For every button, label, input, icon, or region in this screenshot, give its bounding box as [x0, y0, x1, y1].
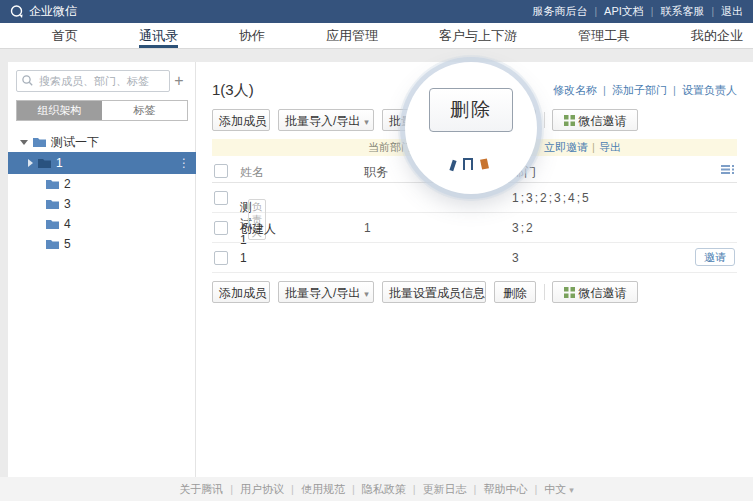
magnifier-overlay: 删除 — [405, 62, 537, 194]
add-department-button[interactable]: + — [170, 71, 188, 91]
separator: | — [413, 483, 416, 495]
folder-icon — [38, 158, 51, 168]
tree-node[interactable]: 3 — [8, 194, 196, 214]
separator: | — [592, 139, 595, 156]
separator: | — [352, 483, 355, 495]
table-row[interactable]: 创建人 1 3;2 — [212, 213, 737, 243]
brand-label: 企业微信 — [29, 3, 77, 20]
grid-icon — [564, 287, 575, 298]
select-all-checkbox[interactable] — [214, 164, 228, 178]
tab-admin-tools[interactable]: 管理工具 — [578, 23, 630, 48]
separator: | — [474, 483, 477, 495]
tab-labels[interactable]: 标签 — [102, 101, 187, 120]
add-member-button[interactable]: 添加成员 — [212, 281, 270, 303]
chat-bubble-icon — [10, 5, 24, 19]
department-title: 1(3人) — [212, 81, 254, 100]
footer-link-usage-rules[interactable]: 使用规范 — [301, 482, 345, 497]
tree-node-label: 测试一下 — [51, 132, 99, 152]
member-department: 3 — [512, 251, 521, 265]
tab-my-enterprise[interactable]: 我的企业 — [691, 23, 743, 48]
tree-node-label: 3 — [64, 194, 71, 214]
batch-set-info-button[interactable]: 批量设置成员信息 — [382, 281, 486, 303]
caret-right-icon[interactable] — [28, 159, 33, 167]
topbar-links: 服务商后台 | API文档 | 联系客服 | 退出 — [532, 4, 743, 19]
wechat-invite-button[interactable]: 微信邀请 — [552, 109, 638, 131]
table-row[interactable]: 1 3 邀请 — [212, 243, 737, 273]
search-icon — [21, 74, 34, 87]
magnified-text-fragment — [480, 158, 489, 169]
folder-icon — [46, 179, 59, 189]
footer-link-privacy-policy[interactable]: 隐私政策 — [362, 482, 406, 497]
separator: | — [651, 6, 654, 17]
separator: | — [603, 84, 606, 96]
invite-button[interactable]: 邀请 — [695, 248, 735, 266]
tree-node[interactable]: 5 — [8, 234, 196, 254]
page: 企业微信 服务商后台 | API文档 | 联系客服 | 退出 首页 通讯录 协作… — [0, 0, 753, 501]
batch-import-export-button[interactable]: 批量导入/导出▾ — [278, 109, 374, 131]
member-department: 3;2 — [512, 221, 535, 235]
column-header-title: 职务 — [364, 164, 388, 181]
set-leader-link[interactable]: 设置负责人 — [682, 84, 737, 96]
tab-home[interactable]: 首页 — [52, 23, 78, 48]
magnified-text-fragment — [463, 158, 473, 170]
topbar-link-contact-support[interactable]: 联系客服 — [660, 4, 704, 19]
footer-link-help-center[interactable]: 帮助中心 — [483, 482, 527, 497]
add-subdepartment-link[interactable]: 添加子部门 — [612, 84, 667, 96]
row-checkbox[interactable] — [214, 221, 228, 235]
tree-node-label: 4 — [64, 214, 71, 234]
tree-node[interactable]: 4 — [8, 214, 196, 234]
export-link[interactable]: 导出 — [599, 139, 621, 156]
folder-icon — [46, 199, 59, 209]
department-actions: 修改名称 | 添加子部门 | 设置负责人 — [553, 83, 737, 98]
toolbar-bottom: 添加成员 批量导入/导出▾ 批量设置成员信息 删除 微信邀请 — [212, 281, 737, 304]
divider — [544, 284, 545, 300]
sidebar-tabs: 组织架构 标签 — [16, 100, 188, 121]
tree-node-root[interactable]: 测试一下 — [8, 132, 196, 152]
delete-button-magnified[interactable]: 删除 — [429, 88, 513, 132]
separator: | — [594, 6, 597, 17]
member-department: 1;3;2;3;4;5 — [512, 191, 591, 205]
delete-button[interactable]: 删除 — [494, 281, 536, 303]
tab-collaboration[interactable]: 协作 — [239, 23, 265, 48]
org-tree: 测试一下 1 ⋮ 2 — [8, 132, 196, 254]
folder-icon — [46, 219, 59, 229]
separator: | — [711, 6, 714, 17]
row-checkbox[interactable] — [214, 251, 228, 265]
tree-node-label: 5 — [64, 234, 71, 254]
topbar-link-api-docs[interactable]: API文档 — [604, 4, 644, 19]
caret-down-icon: ▾ — [364, 117, 369, 127]
brand: 企业微信 — [10, 3, 77, 20]
divider — [544, 112, 545, 128]
folder-icon — [46, 239, 59, 249]
folder-icon — [33, 137, 46, 147]
member-name: 创建人 — [240, 221, 276, 238]
columns-icon[interactable] — [720, 163, 735, 176]
invite-now-link[interactable]: 立即邀请 — [544, 139, 588, 156]
footer-link-about-tencent[interactable]: 关于腾讯 — [179, 482, 223, 497]
tab-app-management[interactable]: 应用管理 — [326, 23, 378, 48]
topbar-link-provider-console[interactable]: 服务商后台 — [532, 4, 587, 19]
search-input[interactable] — [16, 70, 170, 92]
caret-down-icon: ▾ — [569, 485, 574, 495]
separator: | — [534, 483, 537, 495]
caret-down-icon: ▾ — [364, 289, 369, 299]
topbar-link-logout[interactable]: 退出 — [721, 4, 743, 19]
add-member-button[interactable]: 添加成员 — [212, 109, 270, 131]
tree-node-selected[interactable]: 1 ⋮ — [8, 152, 196, 174]
footer-link-user-agreement[interactable]: 用户协议 — [240, 482, 284, 497]
tab-contacts[interactable]: 通讯录 — [139, 23, 178, 48]
batch-import-export-button[interactable]: 批量导入/导出▾ — [278, 281, 374, 303]
row-checkbox[interactable] — [214, 191, 228, 205]
tab-customers[interactable]: 客户与上下游 — [439, 23, 517, 48]
wechat-invite-button[interactable]: 微信邀请 — [552, 281, 638, 303]
language-selector[interactable]: 中文▾ — [544, 482, 574, 497]
caret-down-icon[interactable] — [20, 140, 28, 145]
separator: | — [673, 84, 676, 96]
kebab-icon[interactable]: ⋮ — [178, 152, 190, 174]
footer-link-changelog[interactable]: 更新日志 — [423, 482, 467, 497]
grid-icon — [564, 115, 575, 126]
tab-org-structure[interactable]: 组织架构 — [17, 101, 102, 120]
rename-department-link[interactable]: 修改名称 — [553, 84, 597, 96]
tree-node[interactable]: 2 — [8, 174, 196, 194]
footer: 关于腾讯 | 用户协议 | 使用规范 | 隐私政策 | 更新日志 | 帮助中心 … — [0, 477, 753, 501]
